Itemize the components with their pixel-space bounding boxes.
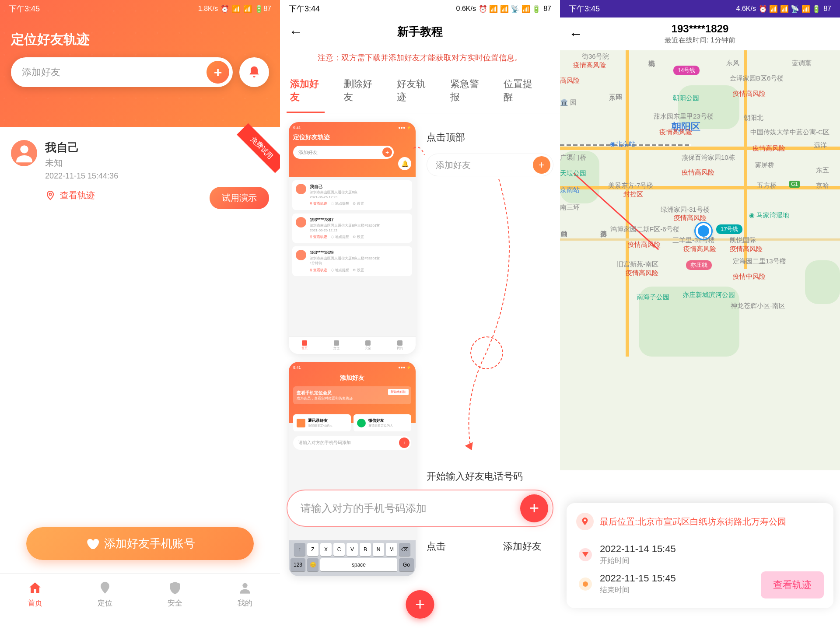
page-title: 定位好友轨迹 <box>0 18 280 57</box>
page-header: ← 新手教程 <box>280 18 560 46</box>
self-card: 我自己 未知 2022-11-15 15:44:36 查看轨迹 试用演示 <box>0 127 280 214</box>
status-icons: 4.6K/s⏰ 📶 📶 📡 📶 🔋87 <box>736 5 831 13</box>
home-icon <box>28 581 42 595</box>
last-online: 最近在线时间: 1分钟前 <box>665 36 735 45</box>
track-info-card: 最后位置:北京市宣武区白纸坊东街路北万寿公园 2022-11-14 15:45 … <box>567 503 833 608</box>
status-bar: 下午3:45 4.6K/s⏰ 📶 📶 📡 📶 🔋87 <box>560 0 840 18</box>
header-gradient: 下午3:45 1.8K/s ⏰ 📶 📶 🔋87 定位好友轨迹 添加好友 + <box>0 0 280 127</box>
preview-add-friend-screenshot: 9:41●●● ⚡ 添加好友 查看手机定位会员 成为会员，查看实时位置和历史轨迹… <box>289 362 416 576</box>
back-button[interactable]: ← <box>289 24 303 40</box>
user-timestamp: 2022-11-15 15:44:36 <box>45 172 269 181</box>
nav-locate[interactable]: 定位 <box>70 574 140 630</box>
add-button[interactable]: + <box>206 61 229 84</box>
phone-2-tutorial: 下午3:44 0.6K/s⏰ 📶 📶 📡 📶 🔋87 ← 新手教程 注意：双方需… <box>280 0 560 630</box>
avatar <box>11 140 37 166</box>
demo-phone-input[interactable]: 请输入对方的手机号码添加 + <box>287 490 553 527</box>
person-icon <box>238 581 252 595</box>
fab-add-button[interactable]: + <box>406 590 434 619</box>
phone-1-home: 下午3:45 1.8K/s ⏰ 📶 📶 🔋87 定位好友轨迹 添加好友 + 免费… <box>0 0 280 630</box>
phone-3-map: 下午3:45 4.6K/s⏰ 📶 📶 📡 📶 🔋87 ← 193****1829… <box>560 0 840 630</box>
alarm-icon: ⏰ <box>220 5 229 13</box>
add-friend-phone-button[interactable]: 添加好友手机账号 <box>26 527 254 560</box>
tab-emergency[interactable]: 紧急警报 <box>447 70 485 113</box>
end-time: 2022-11-15 15:45 <box>600 573 676 584</box>
search-row: 添加好友 + <box>0 57 280 87</box>
svg-point-0 <box>20 145 28 153</box>
svg-point-1 <box>49 193 52 195</box>
notice-text: 注意：双方需下载并添加好友才能获取对方实时位置信息。 <box>280 46 560 70</box>
status-bar: 下午3:45 1.8K/s ⏰ 📶 📶 🔋87 <box>0 0 280 18</box>
start-time: 2022-11-14 15:45 <box>600 543 676 555</box>
bottom-nav: 首页 定位 安全 我的 <box>0 573 280 630</box>
nav-safety[interactable]: 安全 <box>140 574 210 630</box>
label-click: 点击 <box>427 540 446 553</box>
status-time: 下午3:44 <box>289 4 320 14</box>
last-location-text: 最后位置:北京市宣武区白纸坊东街路北万寿公园 <box>600 516 786 528</box>
last-location-row: 最后位置:北京市宣武区白纸坊东街路北万寿公园 <box>576 513 824 530</box>
location-pin-icon <box>576 513 594 530</box>
status-icons: 1.8K/s ⏰ 📶 📶 🔋87 <box>198 5 271 13</box>
road <box>560 147 840 150</box>
location-icon <box>45 190 56 201</box>
start-marker-icon <box>579 548 592 561</box>
label-add-friend: 添加好友 <box>503 540 542 553</box>
label-enter-phone: 开始输入好友电话号码 <box>427 470 523 483</box>
shield-icon <box>168 581 182 595</box>
park-area <box>805 260 840 304</box>
tabs: 添加好友 删除好友 好友轨迹 紧急警报 位置提醒 <box>280 70 560 113</box>
label-click-top: 点击顶部 <box>427 131 465 144</box>
tab-friend-track[interactable]: 好友轨迹 <box>393 70 431 113</box>
road <box>626 50 629 357</box>
user-status: 未知 <box>45 157 269 169</box>
status-time: 下午3:45 <box>569 4 600 14</box>
plus-icon[interactable]: + <box>533 156 550 174</box>
wifi-icon: 📶 <box>243 5 252 13</box>
tab-location-alert[interactable]: 位置提醒 <box>500 70 538 113</box>
preview-home-screenshot: 9:41●●● ⚡ 定位好友轨迹 添加好友 + 🔔 我自己 深圳市南山区国人通信… <box>289 122 416 354</box>
bell-icon <box>247 65 261 79</box>
map-view[interactable]: 街36号院 疫情高风险 高风险 机场高 14号线 东风 蓝调薰 金泽家园B区6号… <box>560 50 840 470</box>
submit-button[interactable]: + <box>520 494 548 522</box>
tab-add-friend[interactable]: 添加好友 <box>287 70 325 113</box>
input-placeholder: 添加好友 <box>22 66 206 79</box>
end-time-label: 结束时间 <box>600 585 676 595</box>
svg-point-2 <box>242 583 247 588</box>
page-title: 新手教程 <box>397 24 443 39</box>
tab-delete-friend[interactable]: 删除好友 <box>340 70 378 113</box>
demo-search-input[interactable]: 添加好友 + <box>427 154 553 176</box>
start-time-row[interactable]: 2022-11-14 15:45 开始时间 <box>576 540 824 569</box>
heart-icon <box>85 537 99 551</box>
user-name: 我自己 <box>45 140 269 155</box>
back-button[interactable]: ← <box>569 26 583 42</box>
start-time-label: 开始时间 <box>600 556 676 566</box>
arrow-head-icon <box>465 442 476 452</box>
nav-mine[interactable]: 我的 <box>210 574 280 630</box>
svg-point-3 <box>584 519 586 522</box>
view-track-button[interactable]: 查看轨迹 <box>761 571 824 598</box>
battery-icon: 🔋87 <box>255 5 271 13</box>
nav-home[interactable]: 首页 <box>0 574 70 630</box>
status-time: 下午3:45 <box>9 4 40 14</box>
friend-phone: 193****1829 <box>665 23 735 35</box>
signal-icon: 📶 <box>232 5 241 13</box>
notification-button[interactable] <box>239 57 269 87</box>
tutorial-content: 9:41●●● ⚡ 定位好友轨迹 添加好友 + 🔔 我自己 深圳市南山区国人通信… <box>280 113 560 616</box>
add-friend-input[interactable]: 添加好友 + <box>11 57 233 87</box>
highlight-circle <box>470 336 503 369</box>
status-icons: 0.6K/s⏰ 📶 📶 📡 📶 🔋87 <box>456 5 551 13</box>
demo-button[interactable]: 试用演示 <box>210 187 269 209</box>
status-bar: 下午3:44 0.6K/s⏰ 📶 📶 📡 📶 🔋87 <box>280 0 560 18</box>
end-marker-icon <box>579 578 592 591</box>
pin-icon <box>98 581 112 595</box>
page-header: ← 193****1829 最近在线时间: 1分钟前 <box>560 18 840 50</box>
